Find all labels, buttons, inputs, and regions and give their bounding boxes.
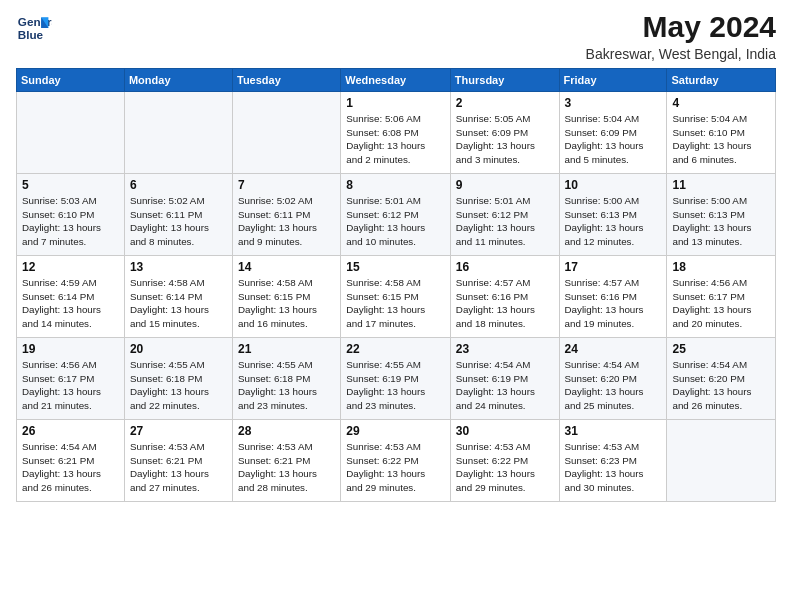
day-info: Sunrise: 5:03 AMSunset: 6:10 PMDaylight:…	[22, 194, 119, 249]
day-info: Sunrise: 4:55 AMSunset: 6:19 PMDaylight:…	[346, 358, 445, 413]
calendar-table: SundayMondayTuesdayWednesdayThursdayFrid…	[16, 68, 776, 502]
calendar-cell: 22Sunrise: 4:55 AMSunset: 6:19 PMDayligh…	[341, 338, 451, 420]
weekday-header-row: SundayMondayTuesdayWednesdayThursdayFrid…	[17, 69, 776, 92]
day-number: 10	[565, 178, 662, 192]
day-number: 21	[238, 342, 335, 356]
header: General Blue May 2024 Bakreswar, West Be…	[16, 10, 776, 62]
day-info: Sunrise: 4:59 AMSunset: 6:14 PMDaylight:…	[22, 276, 119, 331]
calendar-cell: 30Sunrise: 4:53 AMSunset: 6:22 PMDayligh…	[450, 420, 559, 502]
calendar-week-row: 5Sunrise: 5:03 AMSunset: 6:10 PMDaylight…	[17, 174, 776, 256]
day-number: 2	[456, 96, 554, 110]
calendar-cell: 17Sunrise: 4:57 AMSunset: 6:16 PMDayligh…	[559, 256, 667, 338]
day-info: Sunrise: 4:56 AMSunset: 6:17 PMDaylight:…	[672, 276, 770, 331]
day-info: Sunrise: 4:54 AMSunset: 6:19 PMDaylight:…	[456, 358, 554, 413]
calendar-cell: 29Sunrise: 4:53 AMSunset: 6:22 PMDayligh…	[341, 420, 451, 502]
calendar-cell: 26Sunrise: 4:54 AMSunset: 6:21 PMDayligh…	[17, 420, 125, 502]
day-info: Sunrise: 4:55 AMSunset: 6:18 PMDaylight:…	[130, 358, 227, 413]
calendar-cell: 5Sunrise: 5:03 AMSunset: 6:10 PMDaylight…	[17, 174, 125, 256]
weekday-header: Saturday	[667, 69, 776, 92]
main-title: May 2024	[586, 10, 776, 44]
logo: General Blue	[16, 10, 52, 46]
calendar-cell	[124, 92, 232, 174]
day-info: Sunrise: 5:01 AMSunset: 6:12 PMDaylight:…	[346, 194, 445, 249]
day-number: 5	[22, 178, 119, 192]
day-info: Sunrise: 4:58 AMSunset: 6:15 PMDaylight:…	[238, 276, 335, 331]
calendar-cell: 16Sunrise: 4:57 AMSunset: 6:16 PMDayligh…	[450, 256, 559, 338]
calendar-page: General Blue May 2024 Bakreswar, West Be…	[0, 0, 792, 612]
day-number: 24	[565, 342, 662, 356]
calendar-cell: 14Sunrise: 4:58 AMSunset: 6:15 PMDayligh…	[233, 256, 341, 338]
day-number: 25	[672, 342, 770, 356]
day-info: Sunrise: 4:53 AMSunset: 6:21 PMDaylight:…	[238, 440, 335, 495]
calendar-cell: 25Sunrise: 4:54 AMSunset: 6:20 PMDayligh…	[667, 338, 776, 420]
weekday-header: Monday	[124, 69, 232, 92]
day-number: 9	[456, 178, 554, 192]
day-info: Sunrise: 5:00 AMSunset: 6:13 PMDaylight:…	[672, 194, 770, 249]
day-info: Sunrise: 4:58 AMSunset: 6:15 PMDaylight:…	[346, 276, 445, 331]
subtitle: Bakreswar, West Bengal, India	[586, 46, 776, 62]
calendar-cell	[233, 92, 341, 174]
calendar-week-row: 12Sunrise: 4:59 AMSunset: 6:14 PMDayligh…	[17, 256, 776, 338]
day-info: Sunrise: 4:56 AMSunset: 6:17 PMDaylight:…	[22, 358, 119, 413]
day-info: Sunrise: 4:53 AMSunset: 6:23 PMDaylight:…	[565, 440, 662, 495]
calendar-cell: 28Sunrise: 4:53 AMSunset: 6:21 PMDayligh…	[233, 420, 341, 502]
day-info: Sunrise: 5:01 AMSunset: 6:12 PMDaylight:…	[456, 194, 554, 249]
day-number: 6	[130, 178, 227, 192]
day-info: Sunrise: 4:54 AMSunset: 6:21 PMDaylight:…	[22, 440, 119, 495]
day-info: Sunrise: 4:57 AMSunset: 6:16 PMDaylight:…	[456, 276, 554, 331]
weekday-header: Sunday	[17, 69, 125, 92]
calendar-cell: 24Sunrise: 4:54 AMSunset: 6:20 PMDayligh…	[559, 338, 667, 420]
day-number: 26	[22, 424, 119, 438]
weekday-header: Friday	[559, 69, 667, 92]
day-number: 12	[22, 260, 119, 274]
day-info: Sunrise: 5:02 AMSunset: 6:11 PMDaylight:…	[238, 194, 335, 249]
calendar-cell: 21Sunrise: 4:55 AMSunset: 6:18 PMDayligh…	[233, 338, 341, 420]
day-number: 29	[346, 424, 445, 438]
day-number: 8	[346, 178, 445, 192]
day-info: Sunrise: 5:00 AMSunset: 6:13 PMDaylight:…	[565, 194, 662, 249]
calendar-week-row: 19Sunrise: 4:56 AMSunset: 6:17 PMDayligh…	[17, 338, 776, 420]
day-number: 13	[130, 260, 227, 274]
calendar-body: 1Sunrise: 5:06 AMSunset: 6:08 PMDaylight…	[17, 92, 776, 502]
calendar-cell: 7Sunrise: 5:02 AMSunset: 6:11 PMDaylight…	[233, 174, 341, 256]
day-info: Sunrise: 5:04 AMSunset: 6:10 PMDaylight:…	[672, 112, 770, 167]
day-info: Sunrise: 4:53 AMSunset: 6:22 PMDaylight:…	[346, 440, 445, 495]
calendar-cell: 3Sunrise: 5:04 AMSunset: 6:09 PMDaylight…	[559, 92, 667, 174]
day-number: 22	[346, 342, 445, 356]
day-number: 7	[238, 178, 335, 192]
calendar-cell: 15Sunrise: 4:58 AMSunset: 6:15 PMDayligh…	[341, 256, 451, 338]
calendar-cell: 13Sunrise: 4:58 AMSunset: 6:14 PMDayligh…	[124, 256, 232, 338]
weekday-header: Thursday	[450, 69, 559, 92]
calendar-cell: 20Sunrise: 4:55 AMSunset: 6:18 PMDayligh…	[124, 338, 232, 420]
calendar-cell	[667, 420, 776, 502]
calendar-cell: 4Sunrise: 5:04 AMSunset: 6:10 PMDaylight…	[667, 92, 776, 174]
svg-text:Blue: Blue	[18, 28, 44, 41]
day-info: Sunrise: 4:58 AMSunset: 6:14 PMDaylight:…	[130, 276, 227, 331]
day-info: Sunrise: 4:54 AMSunset: 6:20 PMDaylight:…	[565, 358, 662, 413]
day-info: Sunrise: 4:53 AMSunset: 6:21 PMDaylight:…	[130, 440, 227, 495]
logo-icon: General Blue	[16, 10, 52, 46]
calendar-week-row: 26Sunrise: 4:54 AMSunset: 6:21 PMDayligh…	[17, 420, 776, 502]
weekday-header: Wednesday	[341, 69, 451, 92]
calendar-cell: 11Sunrise: 5:00 AMSunset: 6:13 PMDayligh…	[667, 174, 776, 256]
day-info: Sunrise: 4:57 AMSunset: 6:16 PMDaylight:…	[565, 276, 662, 331]
day-info: Sunrise: 5:02 AMSunset: 6:11 PMDaylight:…	[130, 194, 227, 249]
calendar-cell: 23Sunrise: 4:54 AMSunset: 6:19 PMDayligh…	[450, 338, 559, 420]
title-block: May 2024 Bakreswar, West Bengal, India	[586, 10, 776, 62]
day-number: 16	[456, 260, 554, 274]
day-info: Sunrise: 4:55 AMSunset: 6:18 PMDaylight:…	[238, 358, 335, 413]
day-number: 14	[238, 260, 335, 274]
day-number: 15	[346, 260, 445, 274]
day-number: 31	[565, 424, 662, 438]
day-number: 23	[456, 342, 554, 356]
day-number: 1	[346, 96, 445, 110]
day-number: 30	[456, 424, 554, 438]
day-number: 28	[238, 424, 335, 438]
day-number: 19	[22, 342, 119, 356]
day-number: 11	[672, 178, 770, 192]
day-info: Sunrise: 4:54 AMSunset: 6:20 PMDaylight:…	[672, 358, 770, 413]
calendar-week-row: 1Sunrise: 5:06 AMSunset: 6:08 PMDaylight…	[17, 92, 776, 174]
day-number: 17	[565, 260, 662, 274]
calendar-cell: 8Sunrise: 5:01 AMSunset: 6:12 PMDaylight…	[341, 174, 451, 256]
day-number: 4	[672, 96, 770, 110]
